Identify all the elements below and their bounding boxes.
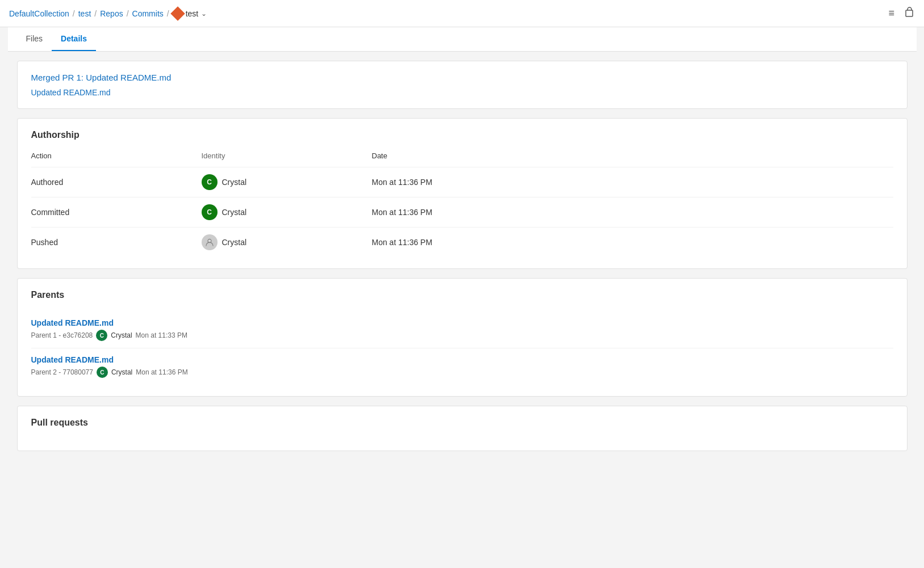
breadcrumb-repos[interactable]: Repos xyxy=(100,9,123,18)
parents-title: Parents xyxy=(31,290,893,300)
pull-requests-card: Pull requests xyxy=(17,406,908,451)
chevron-down-icon[interactable]: ⌄ xyxy=(201,10,207,18)
identity-name: Crystal xyxy=(222,238,247,247)
avatar: C xyxy=(97,367,108,378)
breadcrumb-sep2: / xyxy=(94,9,97,18)
list-icon[interactable]: ≡ xyxy=(888,7,894,19)
authorship-date: Mon at 11:36 PM xyxy=(372,197,893,228)
breadcrumb-sep3: / xyxy=(127,9,129,18)
identity-name: Crystal xyxy=(222,208,247,217)
commit-message-card: Merged PR 1: Updated README.md Updated R… xyxy=(17,61,908,109)
breadcrumb-sep4: / xyxy=(167,9,169,18)
authorship-table: Action Identity Date AuthoredCCrystalMon… xyxy=(31,152,893,257)
authorship-card: Authorship Action Identity Date Authored… xyxy=(17,118,908,269)
parent-title[interactable]: Updated README.md xyxy=(31,318,893,327)
parent-meta: Parent 2 - 77080077CCrystalMon at 11:36 … xyxy=(31,367,893,378)
parents-card: Parents Updated README.mdParent 1 - e3c7… xyxy=(17,278,908,397)
parent-author-name: Crystal xyxy=(111,368,132,376)
svg-rect-0 xyxy=(906,10,913,16)
breadcrumb-repo[interactable]: test ⌄ xyxy=(173,9,207,19)
authorship-identity: CCrystal xyxy=(202,197,372,228)
parent-label: Parent 2 - 77080077 xyxy=(31,368,93,376)
parent-date: Mon at 11:33 PM xyxy=(136,331,187,339)
parent-item: Updated README.mdParent 2 - 77080077CCry… xyxy=(31,348,893,385)
authorship-row: AuthoredCCrystalMon at 11:36 PM xyxy=(31,167,893,197)
authorship-title: Authorship xyxy=(31,130,893,140)
top-nav: DefaultCollection / test / Repos / Commi… xyxy=(0,0,924,27)
col-header-action: Action xyxy=(31,152,202,167)
breadcrumb: DefaultCollection / test / Repos / Commi… xyxy=(9,9,207,19)
authorship-action: Pushed xyxy=(31,228,202,258)
parent-meta: Parent 1 - e3c76208CCrystalMon at 11:33 … xyxy=(31,330,893,341)
authorship-action: Authored xyxy=(31,167,202,197)
breadcrumb-test[interactable]: test xyxy=(78,9,91,18)
bag-icon[interactable] xyxy=(904,6,915,20)
breadcrumb-collection[interactable]: DefaultCollection xyxy=(9,9,69,18)
avatar xyxy=(202,234,218,250)
main-content: Files Details Merged PR 1: Updated READM… xyxy=(8,27,917,451)
parent-item: Updated README.mdParent 1 - e3c76208CCry… xyxy=(31,312,893,348)
nav-icons: ≡ xyxy=(888,6,915,20)
breadcrumb-commits[interactable]: Commits xyxy=(132,9,164,18)
parent-author-name: Crystal xyxy=(111,331,132,339)
commit-title[interactable]: Merged PR 1: Updated README.md xyxy=(31,73,893,82)
tab-details[interactable]: Details xyxy=(52,27,96,51)
parent-title[interactable]: Updated README.md xyxy=(31,355,893,364)
parent-label: Parent 1 - e3c76208 xyxy=(31,331,93,339)
col-header-date: Date xyxy=(372,152,893,167)
authorship-date: Mon at 11:36 PM xyxy=(372,228,893,258)
authorship-row: CommittedCCrystalMon at 11:36 PM xyxy=(31,197,893,228)
col-header-identity: Identity xyxy=(202,152,372,167)
authorship-identity: Crystal xyxy=(202,228,372,258)
authorship-action: Committed xyxy=(31,197,202,228)
tab-files[interactable]: Files xyxy=(17,27,52,51)
tabs: Files Details xyxy=(8,27,917,52)
identity-name: Crystal xyxy=(222,178,247,187)
authorship-row: Pushed CrystalMon at 11:36 PM xyxy=(31,228,893,258)
avatar: C xyxy=(96,330,107,341)
avatar: C xyxy=(202,204,218,220)
commit-body[interactable]: Updated README.md xyxy=(31,88,893,97)
avatar: C xyxy=(202,174,218,190)
authorship-date: Mon at 11:36 PM xyxy=(372,167,893,197)
breadcrumb-repo-name: test xyxy=(186,9,199,18)
pull-requests-title: Pull requests xyxy=(31,418,893,428)
repo-icon xyxy=(170,6,185,20)
authorship-identity: CCrystal xyxy=(202,167,372,197)
parent-date: Mon at 11:36 PM xyxy=(136,368,187,376)
breadcrumb-sep1: / xyxy=(73,9,75,18)
